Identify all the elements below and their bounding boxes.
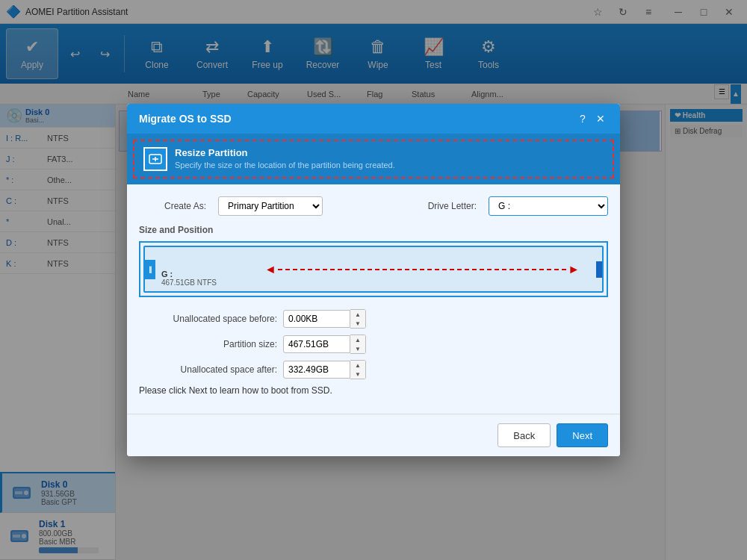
next-button[interactable]: Next bbox=[557, 423, 608, 447]
drive-letter-select[interactable]: G : bbox=[489, 196, 608, 216]
spinner-after: Unallocated space after: ▲ ▼ bbox=[139, 360, 608, 379]
spinner-before-input[interactable] bbox=[283, 310, 350, 328]
step-header-border: Resize Partition Specify the size or the… bbox=[133, 140, 614, 178]
step-header-area: Resize Partition Specify the size or the… bbox=[127, 134, 620, 184]
viz-arrows: ◄ ► bbox=[264, 264, 580, 276]
spinner-after-label: Unallocated space after: bbox=[139, 364, 277, 375]
spinner-size-label: Partition size: bbox=[139, 339, 277, 349]
viz-partition-size: 467.51GB NTFS bbox=[161, 279, 217, 287]
spinner-size-btns: ▲ ▼ bbox=[350, 335, 366, 354]
modal-title: Migrate OS to SSD bbox=[139, 113, 232, 125]
step-title: Resize Partition bbox=[175, 147, 395, 158]
spinner-after-down[interactable]: ▼ bbox=[350, 370, 365, 379]
create-as-select[interactable]: Primary Partition bbox=[218, 196, 323, 216]
spinner-before: Unallocated space before: ▲ ▼ bbox=[139, 309, 608, 329]
spinner-after-input[interactable] bbox=[283, 361, 350, 379]
spinner-after-btns: ▲ ▼ bbox=[350, 360, 366, 379]
viz-partition-name: G : bbox=[161, 270, 217, 279]
viz-handle-icon: ‖ bbox=[149, 266, 152, 273]
form-row-create: Create As: Primary Partition Drive Lette… bbox=[139, 196, 608, 216]
spinner-before-label: Unallocated space before: bbox=[139, 314, 277, 324]
modal-header: Migrate OS to SSD ? ✕ bbox=[127, 104, 620, 134]
spinner-size-down[interactable]: ▼ bbox=[350, 344, 365, 353]
spinner-before-btns: ▲ ▼ bbox=[350, 309, 366, 329]
arrow-left-icon: ◄ bbox=[264, 264, 276, 276]
step-icon bbox=[143, 147, 167, 171]
spinners-container: Unallocated space before: ▲ ▼ Partition … bbox=[139, 309, 608, 379]
viz-partition-block: ‖ G : 467.51GB NTFS ◄ ► bbox=[143, 246, 604, 293]
spinner-after-up[interactable]: ▲ bbox=[350, 361, 365, 370]
modal-header-buttons: ? ✕ bbox=[575, 111, 608, 126]
modal-overlay: Migrate OS to SSD ? ✕ Resize Partition S… bbox=[0, 0, 747, 560]
modal-footer: Back Next bbox=[127, 414, 620, 456]
bottom-help-text: Please click Next to learn how to boot f… bbox=[139, 385, 608, 396]
size-position-title: Size and Position bbox=[139, 225, 608, 235]
modal-help-button[interactable]: ? bbox=[575, 111, 590, 126]
partition-visualizer: ‖ G : 467.51GB NTFS ◄ ► bbox=[139, 241, 608, 297]
spinner-size: Partition size: ▲ ▼ bbox=[139, 335, 608, 354]
spinner-before-down[interactable]: ▼ bbox=[350, 319, 365, 328]
spinner-size-up[interactable]: ▲ bbox=[350, 335, 365, 344]
modal-close-button[interactable]: ✕ bbox=[593, 111, 608, 126]
modal-body: Create As: Primary Partition Drive Lette… bbox=[127, 184, 620, 414]
viz-partition-info: G : 467.51GB NTFS bbox=[161, 270, 217, 287]
viz-right-handle[interactable] bbox=[596, 261, 602, 278]
arrow-right-icon: ► bbox=[568, 264, 580, 276]
drive-letter-label: Drive Letter: bbox=[409, 201, 477, 211]
back-button[interactable]: Back bbox=[498, 423, 551, 447]
spinner-before-up[interactable]: ▲ bbox=[350, 310, 365, 319]
arrow-dashes bbox=[278, 269, 566, 270]
create-as-label: Create As: bbox=[139, 201, 206, 211]
modal-migrate-os: Migrate OS to SSD ? ✕ Resize Partition S… bbox=[127, 104, 620, 456]
step-description: Specify the size or the location of the … bbox=[175, 161, 395, 169]
step-text-area: Resize Partition Specify the size or the… bbox=[175, 147, 395, 169]
viz-left-handle[interactable]: ‖ bbox=[145, 260, 155, 279]
spinner-size-input[interactable] bbox=[283, 335, 350, 353]
